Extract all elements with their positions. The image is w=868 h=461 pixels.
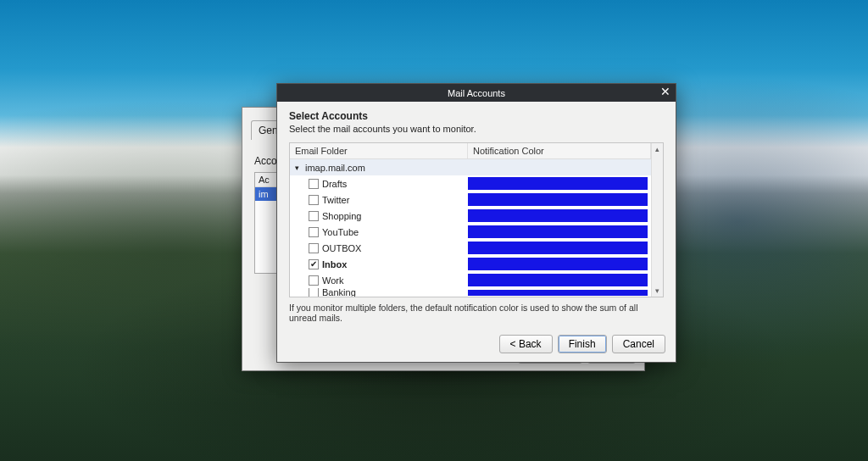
scroll-down-icon[interactable]: ▾ [652, 285, 663, 297]
table-row[interactable]: YouTube [290, 224, 651, 240]
color-swatch[interactable] [468, 209, 648, 222]
folder-name: OUTBOX [322, 243, 361, 253]
table-row[interactable]: Drafts [290, 175, 651, 192]
folder-checkbox[interactable]: ✔ [309, 259, 319, 269]
wizard-heading: Select Accounts [289, 110, 664, 122]
table-row[interactable]: OUTBOX [290, 240, 651, 256]
column-header-folder[interactable]: Email Folder [290, 143, 468, 158]
folder-name: Drafts [322, 179, 347, 189]
folder-name: YouTube [322, 227, 359, 237]
folder-checkbox[interactable] [309, 275, 319, 286]
table-row[interactable]: Work [290, 272, 651, 288]
table-row[interactable]: Twitter [290, 192, 651, 208]
column-header-color[interactable]: Notification Color [468, 143, 651, 158]
color-swatch[interactable] [468, 290, 648, 296]
color-swatch[interactable] [468, 177, 648, 190]
table-row[interactable]: ▾ imap.mail.com [290, 159, 651, 175]
color-swatch[interactable] [468, 225, 648, 238]
hint-text: If you monitor multiple folders, the def… [289, 303, 664, 323]
folder-checkbox[interactable] [309, 243, 319, 253]
color-swatch[interactable] [468, 242, 648, 254]
color-swatch[interactable] [468, 193, 648, 206]
folder-name: Work [322, 275, 343, 286]
color-swatch[interactable] [468, 274, 648, 286]
folder-checkbox[interactable] [309, 227, 319, 237]
folder-checkbox[interactable] [309, 179, 319, 189]
table-row[interactable]: Banking [290, 288, 651, 297]
folder-name: Shopping [322, 211, 362, 221]
table-row[interactable]: Shopping [290, 208, 651, 224]
scroll-up-icon[interactable]: ▴ [652, 143, 663, 155]
chevron-down-icon[interactable]: ▾ [295, 164, 302, 172]
back-button[interactable]: < Back [499, 335, 553, 353]
folder-name: Banking [322, 288, 356, 297]
folder-table: Email Folder Notification Color ▾ imap.m… [289, 142, 664, 297]
folder-checkbox[interactable] [309, 288, 319, 297]
close-icon[interactable]: ✕ [659, 86, 672, 99]
mail-accounts-dialog: Mail Accounts ✕ Select Accounts Select t… [276, 83, 676, 363]
tree-root-label: imap.mail.com [305, 163, 365, 173]
table-row[interactable]: ✔Inbox [290, 256, 651, 272]
cancel-button[interactable]: Cancel [612, 335, 665, 353]
titlebar[interactable]: Mail Accounts ✕ [277, 84, 676, 102]
folder-checkbox[interactable] [309, 211, 319, 221]
scrollbar[interactable]: ▴ ▾ [651, 143, 663, 297]
scroll-track[interactable] [652, 155, 663, 285]
folder-name: Twitter [322, 195, 349, 205]
finish-button[interactable]: Finish [558, 335, 607, 353]
folder-checkbox[interactable] [309, 195, 319, 205]
wizard-subtext: Select the mail accounts you want to mon… [289, 124, 664, 134]
folder-name: Inbox [322, 259, 347, 269]
dialog-title: Mail Accounts [448, 88, 505, 98]
color-swatch[interactable] [468, 258, 648, 270]
